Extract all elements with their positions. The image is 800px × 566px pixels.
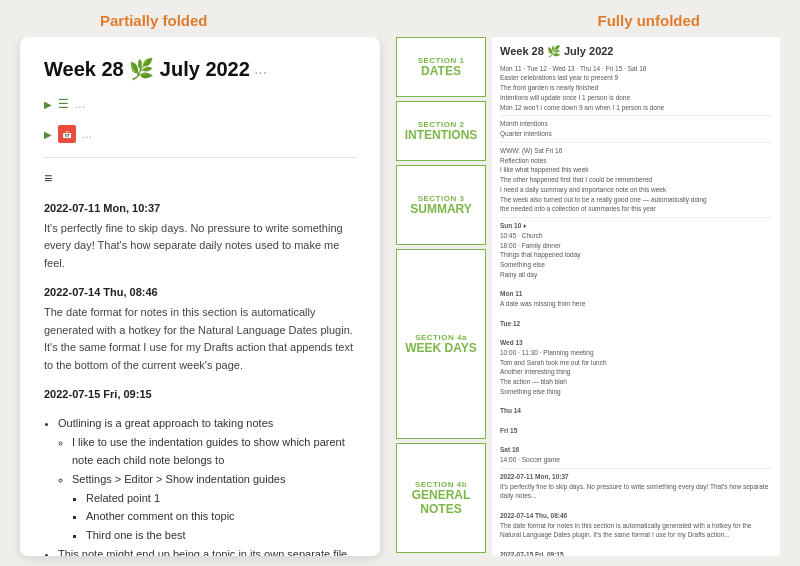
fold-dots-1: ... <box>75 97 85 111</box>
divider-1 <box>44 157 356 158</box>
section-intentions: SECTION 2 INTENTIONS <box>396 101 486 161</box>
fold-arrow-2: ▶ <box>44 129 52 140</box>
right-title: Week 28 🌿 July 2022 <box>500 43 772 60</box>
intentions-content: Month intentions Quarter intentions <box>500 119 772 139</box>
note-1: 2022-07-11 Mon, 10:37 It's perfectly fin… <box>44 200 356 272</box>
divider-right-2 <box>500 142 772 143</box>
dates-content: Mon 11 · Tue 12 · Wed 13 · Thu 14 · Fri … <box>500 64 772 113</box>
note-3: 2022-07-15 Fri, 09:15 <box>44 386 356 404</box>
divider-right-4 <box>500 468 772 469</box>
section-dates: SECTION 1 DATES <box>396 37 486 97</box>
content-body: Week 28 🌿 July 2022 Mon 11 · Tue 12 · We… <box>492 37 780 556</box>
right-panel: SECTION 1 DATES SECTION 2 INTENTIONS SEC… <box>396 37 780 556</box>
fold-arrow-1: ▶ <box>44 99 52 110</box>
left-label: Partially folded <box>100 12 208 29</box>
general-notes-content: 2022-07-11 Mon, 10:37 It's perfectly fin… <box>500 472 772 556</box>
folded-section-2: ▶ 📅 ... <box>44 125 356 143</box>
sections-column: SECTION 1 DATES SECTION 2 INTENTIONS SEC… <box>396 37 486 556</box>
note-title: Week 28 🌿 July 2022 ... <box>44 57 356 81</box>
weekdays-content: Sun 10 ♦ 10:45 · Church 18:00 · Family d… <box>500 221 772 465</box>
divider-right-3 <box>500 217 772 218</box>
fold-dots-2: ... <box>82 127 92 141</box>
summary-content: WWW: (W) Sat Fri 16 Reflection notes I l… <box>500 146 772 214</box>
right-label: Fully unfolded <box>598 12 701 29</box>
right-content: Week 28 🌿 July 2022 Mon 11 · Tue 12 · We… <box>492 37 780 556</box>
list-icon: ☰ <box>58 97 69 111</box>
section-summary: SECTION 3 SUMMARY <box>396 165 486 245</box>
hamburger-menu: ≡ <box>44 170 356 186</box>
left-panel: Week 28 🌿 July 2022 ... ▶ ☰ ... ▶ 📅 ... … <box>20 37 380 556</box>
section-weekdays: SECTION 4a WEEK DAYS <box>396 249 486 439</box>
divider-right-1 <box>500 115 772 116</box>
note-2: 2022-07-14 Thu, 08:46 The date format fo… <box>44 284 356 374</box>
calendar-icon: 📅 <box>58 125 76 143</box>
bullet-list: Outlining is a great approach to taking … <box>44 414 356 556</box>
folded-section-1: ▶ ☰ ... <box>44 97 356 111</box>
section-general: SECTION 4b GENERAL NOTES <box>396 443 486 553</box>
